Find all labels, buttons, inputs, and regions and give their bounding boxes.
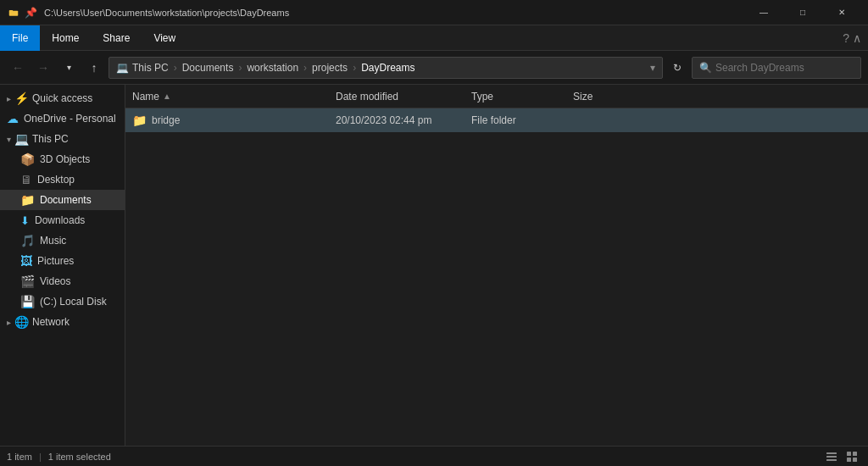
sidebar-item-downloads[interactable]: ⬇ Downloads [0, 210, 125, 230]
svg-rect-2 [826, 452, 837, 454]
table-row[interactable]: 📁 bridge 20/10/2023 02:44 pm File folder [125, 108, 868, 132]
sidebar-item-this-pc[interactable]: ▾ 💻 This PC [0, 129, 125, 149]
sort-arrow-name: ▲ [163, 92, 171, 101]
refresh-button[interactable]: ↻ [666, 57, 688, 79]
folder-icon: 📁 [132, 114, 147, 127]
sidebar-label-music: Music [40, 235, 66, 247]
sidebar-item-music[interactable]: 🎵 Music [0, 230, 125, 251]
nav-bar: ← → ▾ ↑ 💻 This PC › Documents › workstat… [0, 51, 868, 85]
sidebar-label-videos: Videos [40, 275, 70, 287]
ribbon: File Home Share View ? ∧ [0, 25, 868, 51]
search-input[interactable] [715, 62, 854, 74]
tab-view[interactable]: View [142, 25, 187, 51]
breadcrumb-workstation[interactable]: workstation [247, 62, 298, 74]
local-disk-icon: 💾 [20, 295, 35, 308]
sidebar: ▸ ⚡ Quick access ☁ OneDrive - Personal ▾… [0, 85, 125, 446]
file-header: Name ▲ Date modified Type Size [125, 85, 868, 108]
sidebar-item-local-disk[interactable]: 💾 (C:) Local Disk [0, 291, 125, 312]
col-header-type[interactable]: Type [465, 85, 566, 108]
sidebar-item-onedrive[interactable]: ☁ OneDrive - Personal [0, 108, 125, 129]
3d-objects-icon: 📦 [20, 153, 35, 166]
forward-button[interactable]: → [32, 57, 54, 79]
details-view-button[interactable] [822, 447, 841, 466]
svg-rect-8 [853, 458, 857, 462]
videos-icon: 🎬 [20, 275, 35, 288]
status-separator: | [39, 452, 42, 462]
title-bar: 📌 C:\Users\User\Documents\workstation\pr… [0, 0, 868, 25]
breadcrumb-documents[interactable]: Documents [182, 62, 234, 74]
desktop-icon: 🖥 [20, 173, 32, 186]
sidebar-label-quick-access: Quick access [32, 92, 92, 104]
music-icon: 🎵 [20, 234, 35, 247]
address-bar[interactable]: 💻 This PC › Documents › workstation › pr… [108, 57, 663, 79]
sidebar-label-network: Network [32, 316, 70, 328]
svg-rect-4 [826, 459, 837, 461]
title-bar-icons: 📌 [7, 6, 37, 19]
folder-title-icon [7, 6, 20, 19]
large-icons-view-button[interactable] [843, 447, 861, 466]
up-button[interactable]: ↑ [83, 57, 105, 79]
file-name: bridge [152, 114, 180, 126]
tab-file[interactable]: File [0, 25, 40, 51]
breadcrumb-computer-icon: 💻 [116, 62, 129, 74]
recent-button[interactable]: ▾ [58, 57, 80, 79]
file-name-cell: 📁 bridge [125, 114, 329, 127]
sidebar-label-pictures: Pictures [37, 255, 74, 267]
quick-access-icon: ⚡ [14, 92, 29, 105]
this-pc-icon: 💻 [14, 132, 29, 146]
sidebar-item-videos[interactable]: 🎬 Videos [0, 271, 125, 291]
breadcrumb-this-pc[interactable]: This PC [132, 62, 169, 74]
window-controls[interactable]: — □ ✕ [744, 0, 861, 25]
minimize-button[interactable]: — [744, 0, 783, 25]
sidebar-label-desktop: Desktop [37, 174, 75, 186]
sidebar-label-3d-objects: 3D Objects [40, 153, 90, 165]
status-bar: 1 item | 1 item selected [0, 446, 868, 466]
main-layout: ▸ ⚡ Quick access ☁ OneDrive - Personal ▾… [0, 85, 868, 446]
sidebar-item-documents[interactable]: 📁 Documents [0, 190, 125, 210]
sidebar-item-network[interactable]: ▸ 🌐 Network [0, 312, 125, 332]
sidebar-item-pictures[interactable]: 🖼 Pictures [0, 251, 125, 271]
tab-share[interactable]: Share [91, 25, 142, 51]
breadcrumb-projects[interactable]: projects [312, 62, 348, 74]
sidebar-label-onedrive: OneDrive - Personal [24, 113, 116, 125]
onedrive-icon: ☁ [7, 112, 19, 125]
breadcrumb-daydreams[interactable]: DayDreams [361, 62, 415, 74]
view-icons [822, 447, 861, 466]
network-icon: 🌐 [14, 315, 29, 329]
pin-icon: 📌 [24, 6, 37, 19]
svg-rect-5 [847, 452, 851, 456]
svg-rect-3 [826, 456, 837, 458]
sidebar-label-documents: Documents [40, 194, 92, 206]
search-icon: 🔍 [699, 62, 712, 74]
address-dropdown-icon[interactable]: ▾ [650, 62, 655, 74]
downloads-icon: ⬇ [20, 214, 30, 227]
col-header-size[interactable]: Size [566, 85, 634, 108]
svg-rect-1 [9, 10, 19, 15]
ribbon-expand-icon[interactable]: ∧ [853, 31, 861, 45]
selected-count: 1 item selected [48, 452, 111, 462]
sidebar-item-quick-access[interactable]: ▸ ⚡ Quick access [0, 88, 125, 108]
tab-home[interactable]: Home [40, 25, 91, 51]
search-bar[interactable]: 🔍 [692, 57, 861, 79]
svg-rect-6 [853, 452, 857, 456]
sidebar-label-this-pc: This PC [32, 133, 69, 145]
documents-icon: 📁 [20, 193, 35, 207]
file-type-cell: File folder [465, 114, 566, 126]
back-button[interactable]: ← [7, 57, 29, 79]
title-path: C:\Users\User\Documents\workstation\proj… [44, 8, 744, 18]
sidebar-item-desktop[interactable]: 🖥 Desktop [0, 169, 125, 190]
item-count: 1 item [7, 452, 32, 462]
sidebar-label-local-disk: (C:) Local Disk [40, 296, 107, 308]
sidebar-item-3d-objects[interactable]: 📦 3D Objects [0, 149, 125, 169]
file-date-cell: 20/10/2023 02:44 pm [329, 114, 465, 126]
pictures-icon: 🖼 [20, 254, 32, 268]
sidebar-label-downloads: Downloads [35, 214, 85, 226]
svg-rect-7 [847, 458, 851, 462]
maximize-button[interactable]: □ [783, 0, 822, 25]
col-header-name[interactable]: Name ▲ [125, 85, 329, 108]
ribbon-help-icon[interactable]: ? [843, 31, 849, 45]
close-button[interactable]: ✕ [822, 0, 861, 25]
col-header-date[interactable]: Date modified [329, 85, 465, 108]
file-area: Name ▲ Date modified Type Size 📁 bridge … [125, 85, 868, 446]
